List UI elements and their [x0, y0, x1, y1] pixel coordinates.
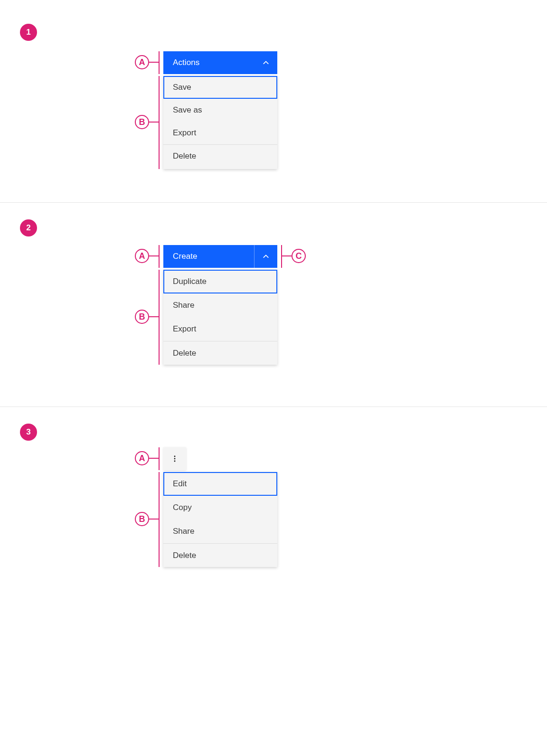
overflow-menu-button[interactable] [163, 447, 186, 470]
overflow-vertical-icon [171, 455, 179, 463]
annotation-b-1: B [135, 115, 160, 129]
menu-item-save[interactable]: Save [163, 76, 277, 99]
annotation-leader [149, 62, 160, 63]
annotation-leader [281, 255, 292, 256]
create-menu: Duplicate Share Export Delete [163, 270, 277, 365]
menu-item-label: Duplicate [173, 277, 207, 286]
chevron-up-icon [263, 253, 269, 260]
menu-item-delete[interactable]: Delete [163, 144, 277, 167]
step-bullet-3: 3 [20, 424, 37, 441]
annotation-leader [149, 316, 160, 317]
menu-item-label: Export [173, 324, 196, 334]
menu-item-label: Share [173, 527, 194, 536]
menu-item-export[interactable]: Export [163, 317, 277, 341]
menu-item-share[interactable]: Share [163, 520, 277, 543]
menu-item-save-as[interactable]: Save as [163, 99, 277, 122]
overflow-menu: Edit Copy Share Delete [163, 472, 277, 567]
svg-point-2 [174, 461, 176, 462]
chevron-up-icon [255, 51, 277, 74]
diagram-canvas: 1 A B Actions Save Save as Export Delete [0, 0, 547, 756]
annotation-b-2: B [135, 310, 160, 324]
create-button-label: Create [173, 252, 198, 261]
menu-item-label: Share [173, 301, 194, 310]
annotation-letter: B [135, 115, 149, 129]
menu-item-edit[interactable]: Edit [163, 472, 277, 496]
annotation-leader [149, 122, 160, 123]
menu-item-label: Save as [173, 105, 202, 115]
actions-menu: Save Save as Export Delete [163, 76, 277, 169]
actions-button-label: Actions [173, 58, 199, 67]
menu-item-label: Delete [173, 551, 196, 560]
menu-item-share[interactable]: Share [163, 293, 277, 317]
menu-item-duplicate[interactable]: Duplicate [163, 270, 277, 293]
annotation-b-3: B [135, 512, 160, 526]
step-bullet-1: 1 [20, 24, 37, 41]
svg-point-1 [174, 458, 176, 460]
annotation-letter: B [135, 310, 149, 324]
annotation-a-3: A [135, 451, 160, 465]
menu-item-label: Export [173, 128, 196, 138]
annotation-letter: B [135, 512, 149, 526]
create-split-button[interactable]: Create [163, 245, 277, 268]
menu-item-label: Save [173, 83, 191, 92]
menu-item-label: Delete [173, 349, 196, 358]
annotation-leader [149, 519, 160, 520]
split-chevron-button[interactable] [255, 245, 277, 268]
annotation-letter: A [135, 55, 149, 69]
step-bullet-2: 2 [20, 219, 37, 236]
annotation-leader [149, 458, 160, 459]
annotation-letter: A [135, 451, 149, 465]
annotation-leader [149, 255, 160, 256]
annotation-letter: C [292, 249, 306, 263]
annotation-a-1: A [135, 55, 160, 69]
step-number: 1 [26, 28, 30, 37]
svg-point-0 [174, 456, 176, 457]
menu-item-export[interactable]: Export [163, 122, 277, 144]
annotation-a-2: A [135, 249, 160, 263]
menu-item-label: Edit [173, 479, 187, 489]
step-number: 3 [26, 427, 30, 437]
menu-item-label: Delete [173, 151, 196, 161]
menu-item-label: Copy [173, 503, 192, 512]
menu-item-copy[interactable]: Copy [163, 496, 277, 520]
section-divider [0, 406, 547, 407]
actions-menu-button[interactable]: Actions [163, 51, 277, 74]
annotation-c-2: C [281, 249, 306, 263]
annotation-letter: A [135, 249, 149, 263]
menu-item-delete[interactable]: Delete [163, 341, 277, 365]
section-divider [0, 202, 547, 203]
step-number: 2 [26, 223, 30, 233]
menu-item-delete[interactable]: Delete [163, 543, 277, 567]
